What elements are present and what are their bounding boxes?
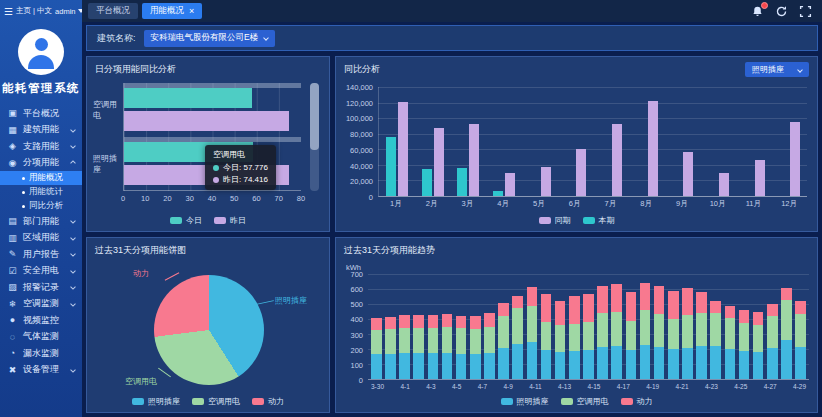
legend-item-空调用电[interactable]: 空调用电 (561, 396, 609, 407)
bar-同期[interactable] (398, 102, 408, 196)
stacked-bar-4-16[interactable] (611, 274, 622, 379)
sidebar-item-分项用能[interactable]: ◉分项用能 (0, 155, 82, 172)
sidebar-item-平台概况[interactable]: ▣平台概况 (0, 105, 82, 122)
x-tick-label: 9月 (664, 199, 700, 209)
stacked-bar-4-26[interactable] (753, 274, 764, 379)
bar-本期[interactable] (457, 168, 467, 196)
bar-同期[interactable] (755, 160, 765, 196)
fullscreen-icon[interactable] (799, 5, 812, 18)
tab-用能概况[interactable]: 用能概况× (142, 3, 202, 19)
sidebar-item-漏水监测[interactable]: ◔漏水监测 (0, 345, 82, 362)
bar-同期[interactable] (505, 173, 515, 196)
segment-动力 (484, 313, 495, 327)
stacked-bar-4-10[interactable] (527, 274, 538, 379)
stacked-bar-4-11[interactable] (541, 274, 552, 379)
stacked-bar-4-9[interactable] (512, 274, 523, 379)
stacked-bar-4-14[interactable] (583, 274, 594, 379)
legend-item-照明插座[interactable]: 照明插座 (132, 396, 180, 407)
sidebar-item-视频监控[interactable]: ●视频监控 (0, 312, 82, 329)
bar-同期[interactable] (541, 167, 551, 196)
tab-close-icon[interactable]: × (189, 7, 194, 16)
stacked-bar-4-17[interactable] (626, 274, 637, 379)
monthly-bar-chart: 020,00040,00060,00080,000100,000120,0001… (342, 87, 807, 197)
y-tick-label: 100 (350, 360, 363, 369)
stacked-bar-4-28[interactable] (781, 274, 792, 379)
stacked-bar-4-7[interactable] (484, 274, 495, 379)
stacked-bar-4-12[interactable] (555, 274, 566, 379)
chevron-up-icon (70, 160, 76, 166)
home-language-link[interactable]: 主页 | 中文 (16, 6, 52, 16)
legend-item-照明插座[interactable]: 照明插座 (501, 396, 549, 407)
sidebar-item-空调监测[interactable]: ❄空调监测 (0, 296, 82, 313)
legend-item-昨日[interactable]: 昨日 (214, 215, 246, 226)
stacked-bar-4-19[interactable] (654, 274, 665, 379)
stacked-bar-4-24[interactable] (725, 274, 736, 379)
stacked-bar-3-31[interactable] (385, 274, 396, 379)
legend-item-本期[interactable]: 本期 (583, 215, 615, 226)
sidebar-item-区域用能[interactable]: ▥区域用能 (0, 230, 82, 247)
bar-同期[interactable] (612, 124, 622, 196)
sidebar-item-气体监测[interactable]: ◌气体监测 (0, 329, 82, 346)
stacked-bar-4-20[interactable] (668, 274, 679, 379)
building-energy-icon: ▦ (7, 125, 18, 135)
pie-chart[interactable] (154, 275, 264, 385)
bar-今日[interactable] (124, 88, 252, 108)
segment-动力 (597, 286, 608, 313)
stacked-bar-4-23[interactable] (710, 274, 721, 379)
bar-昨日[interactable] (124, 111, 289, 131)
legend-item-动力[interactable]: 动力 (252, 396, 284, 407)
stacked-bar-4-22[interactable] (696, 274, 707, 379)
stacked-bar-4-2[interactable] (413, 274, 424, 379)
chevron-down-icon (70, 218, 76, 224)
sidebar-subitem-同比分析[interactable]: 同比分析 (0, 199, 82, 213)
bar-本期[interactable] (386, 137, 396, 196)
sidebar-item-建筑用能[interactable]: ▦建筑用能 (0, 122, 82, 139)
stacked-bar-4-8[interactable] (498, 274, 509, 379)
bar-同期[interactable] (434, 128, 444, 197)
legend-item-空调用电[interactable]: 空调用电 (192, 396, 240, 407)
user-menu[interactable]: admin (55, 7, 82, 16)
sidebar-item-设备管理[interactable]: ✖设备管理 (0, 362, 82, 379)
datazoom-slider[interactable] (310, 83, 319, 191)
bar-本期[interactable] (422, 169, 432, 196)
sidebar-item-部门用能[interactable]: ▤部门用能 (0, 213, 82, 230)
stacked-bar-4-15[interactable] (597, 274, 608, 379)
notifications-bell-icon[interactable] (751, 5, 764, 18)
menu-toggle-icon[interactable]: ☰ (4, 6, 13, 17)
bar-同期[interactable] (719, 173, 729, 196)
stacked-bar-4-18[interactable] (640, 274, 651, 379)
stacked-bar-4-4[interactable] (442, 274, 453, 379)
stacked-bar-4-3[interactable] (428, 274, 439, 379)
bar-同期[interactable] (469, 124, 479, 196)
bar-同期[interactable] (648, 101, 658, 196)
sidebar-subitem-用能概况[interactable]: 用能概况 (0, 171, 82, 185)
sidebar-item-报警记录[interactable]: ▨报警记录 (0, 279, 82, 296)
stacked-bar-4-13[interactable] (569, 274, 580, 379)
bar-同期[interactable] (683, 152, 693, 196)
building-select[interactable]: 安科瑞电气股份有限公司E楼 (144, 30, 276, 47)
legend-item-动力[interactable]: 动力 (621, 396, 653, 407)
stacked-bar-4-5[interactable] (456, 274, 467, 379)
stacked-bar-4-21[interactable] (682, 274, 693, 379)
stacked-bar-4-27[interactable] (767, 274, 778, 379)
datazoom-thumb[interactable] (310, 83, 319, 150)
bar-同期[interactable] (576, 149, 586, 196)
segment-照明插座 (385, 354, 396, 379)
bar-同期[interactable] (790, 122, 800, 196)
stacked-bar-4-6[interactable] (470, 274, 481, 379)
sidebar-subitem-用能统计[interactable]: 用能统计 (0, 185, 82, 199)
tab-平台概况[interactable]: 平台概况 (88, 3, 138, 19)
legend-item-今日[interactable]: 今日 (170, 215, 202, 226)
refresh-icon[interactable] (775, 5, 788, 18)
bar-本期[interactable] (493, 191, 503, 196)
pie-leader-line (165, 272, 180, 280)
sidebar-item-用户报告[interactable]: ✎用户报告 (0, 246, 82, 263)
legend-item-同期[interactable]: 同期 (539, 215, 571, 226)
sidebar-item-安全用电[interactable]: ☑安全用电 (0, 263, 82, 280)
sidebar-item-支路用能[interactable]: ◈支路用能 (0, 138, 82, 155)
stacked-bar-4-1[interactable] (399, 274, 410, 379)
stacked-bar-4-29[interactable] (795, 274, 806, 379)
stacked-bar-4-25[interactable] (739, 274, 750, 379)
series-select[interactable]: 照明插座 (745, 62, 809, 77)
stacked-bar-3-30[interactable] (371, 274, 382, 379)
